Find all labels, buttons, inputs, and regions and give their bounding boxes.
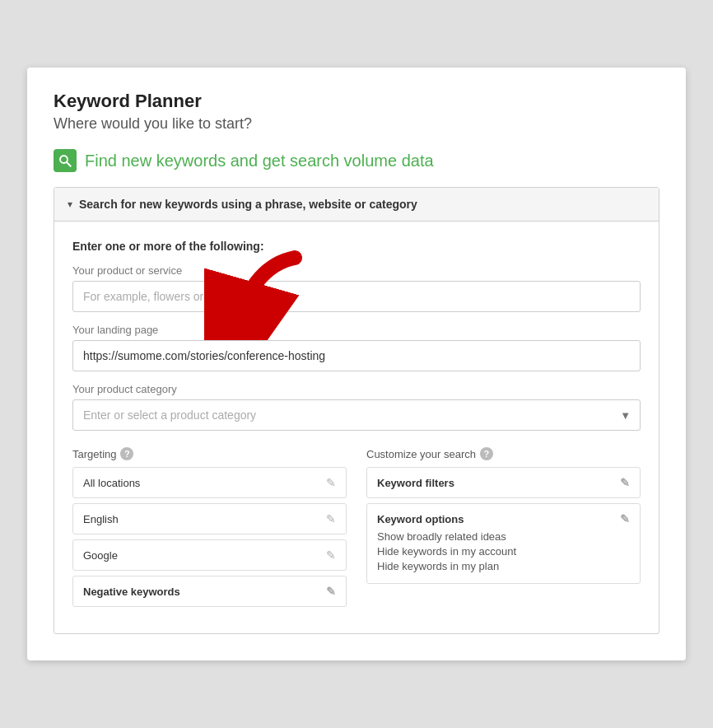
targeting-item-text: English bbox=[83, 513, 119, 525]
targeting-item-text: Negative keywords bbox=[83, 586, 180, 598]
svg-line-1 bbox=[67, 162, 71, 166]
section-title: Find new keywords and get search volume … bbox=[85, 152, 434, 170]
app-title: Keyword Planner bbox=[54, 91, 659, 112]
collapsible-header-text: Search for new keywords using a phrase, … bbox=[79, 198, 417, 211]
targeting-item-text: Google bbox=[83, 549, 118, 562]
product-input[interactable] bbox=[72, 281, 641, 312]
customize-label: Customize your search bbox=[366, 448, 476, 460]
landing-field-group: Your landing page bbox=[72, 324, 641, 371]
customize-item-header: Keyword filters ✎ bbox=[377, 476, 630, 489]
edit-icon[interactable]: ✎ bbox=[620, 476, 630, 489]
edit-icon[interactable]: ✎ bbox=[326, 512, 336, 525]
customize-item-body-row: Hide keywords in my account bbox=[377, 545, 630, 558]
targeting-list-item[interactable]: English✎ bbox=[72, 503, 347, 534]
landing-label: Your landing page bbox=[72, 324, 641, 336]
customize-help-icon[interactable]: ? bbox=[480, 447, 493, 460]
product-field-group: Your product or service bbox=[72, 264, 641, 312]
targeting-list-item[interactable]: Negative keywords✎ bbox=[72, 576, 347, 607]
targeting-list-item[interactable]: All locations✎ bbox=[72, 467, 347, 498]
category-label: Your product category bbox=[72, 383, 641, 395]
edit-icon[interactable]: ✎ bbox=[326, 476, 336, 489]
main-card: Keyword Planner Where would you like to … bbox=[27, 68, 686, 660]
search-svg bbox=[58, 153, 72, 168]
category-field-group: Your product category Enter or select a … bbox=[72, 383, 641, 431]
customize-item-header: Keyword options ✎ bbox=[377, 512, 630, 525]
collapsible-header[interactable]: ▾ Search for new keywords using a phrase… bbox=[54, 188, 659, 222]
panel-body: Enter one or more of the following: Your… bbox=[54, 222, 659, 633]
section-header: Find new keywords and get search volume … bbox=[54, 149, 659, 172]
category-select[interactable]: Enter or select a product category bbox=[72, 399, 641, 431]
targeting-col: Targeting ? All locations✎English✎Google… bbox=[72, 447, 347, 612]
search-icon-green bbox=[54, 149, 77, 172]
customize-item-title: Keyword filters bbox=[377, 477, 454, 489]
landing-input[interactable] bbox=[72, 340, 641, 371]
edit-icon[interactable]: ✎ bbox=[326, 585, 336, 598]
edit-icon[interactable]: ✎ bbox=[620, 512, 630, 525]
category-select-wrapper: Enter or select a product category ▼ bbox=[72, 399, 641, 431]
customize-col-label: Customize your search ? bbox=[366, 447, 641, 460]
app-subtitle: Where would you like to start? bbox=[54, 115, 659, 133]
targeting-list-item[interactable]: Google✎ bbox=[72, 539, 347, 571]
targeting-items-list: All locations✎English✎Google✎Negative ke… bbox=[72, 467, 347, 607]
customize-list-item[interactable]: Keyword filters ✎ bbox=[366, 467, 641, 498]
two-col-section: Targeting ? All locations✎English✎Google… bbox=[72, 447, 641, 612]
collapse-arrow-icon: ▾ bbox=[68, 198, 72, 210]
customize-item-body: Show broadly related ideasHide keywords … bbox=[377, 530, 630, 572]
form-label: Enter one or more of the following: bbox=[72, 240, 641, 253]
customize-item-title: Keyword options bbox=[377, 513, 464, 525]
customize-col: Customize your search ? Keyword filters … bbox=[366, 447, 641, 612]
targeting-help-icon[interactable]: ? bbox=[120, 447, 133, 460]
edit-icon[interactable]: ✎ bbox=[326, 548, 336, 562]
customize-item-body-row: Hide keywords in my plan bbox=[377, 560, 630, 572]
customize-items-list: Keyword filters ✎ Keyword options ✎ Show… bbox=[366, 467, 641, 584]
product-label: Your product or service bbox=[72, 264, 641, 277]
customize-item-body-row: Show broadly related ideas bbox=[377, 530, 630, 543]
customize-list-item[interactable]: Keyword options ✎ Show broadly related i… bbox=[366, 503, 641, 584]
targeting-item-text: All locations bbox=[83, 477, 140, 489]
targeting-col-label: Targeting ? bbox=[72, 447, 347, 460]
collapsible-panel: ▾ Search for new keywords using a phrase… bbox=[54, 187, 659, 634]
targeting-label: Targeting bbox=[72, 448, 116, 460]
